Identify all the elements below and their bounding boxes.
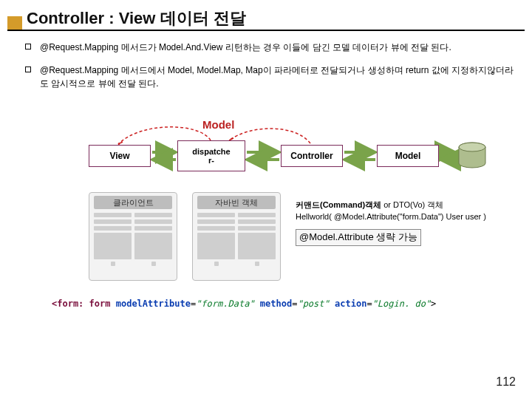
code-attr: method [260, 299, 292, 309]
code-tag: <form: form [52, 299, 110, 309]
annotation-block: 커맨드(Command)객체 or DTO(Vo) 객체 Hellworld( … [296, 200, 510, 246]
client-card: 클라이언트 [89, 192, 177, 281]
client-card-title: 클라이언트 [94, 196, 172, 209]
bullet-list: @Request.Mapping 메서드가 Model.And.View 리턴하… [25, 41, 519, 100]
javabean-card-title: 자바빈 객체 [197, 196, 276, 209]
code-end: > [431, 299, 436, 309]
annotation-boxed: @Model.Attribute 생략 가능 [296, 229, 421, 246]
page-title: Controller : View 데이터 전달 [27, 7, 246, 30]
bullet-icon [25, 66, 31, 72]
title-rule [7, 30, 525, 31]
bullet-item: @Request.Mapping 메서드에서 Model, Model.Map,… [25, 64, 519, 90]
code-snippet: <form: form modelAttribute="form.Data" m… [52, 299, 510, 309]
box-view: View [89, 145, 151, 167]
code-str: "post" [297, 299, 329, 309]
box-model: Model [377, 145, 439, 167]
bullet-icon [25, 44, 31, 50]
annotation-code: Hellworld( @Model.Attribute("form.Data")… [296, 211, 510, 223]
code-str: "form.Data" [196, 299, 254, 309]
annotation-bold: 커맨드(Command)객체 [296, 200, 381, 209]
model-top-label: Model [202, 118, 234, 131]
bullet-text: @Request.Mapping 메서드에서 Model, Model.Map,… [40, 65, 514, 88]
bullet-text: @Request.Mapping 메서드가 Model.And.View 리턴하… [40, 42, 451, 52]
bullet-item: @Request.Mapping 메서드가 Model.And.View 리턴하… [25, 41, 519, 54]
javabean-card: 자바빈 객체 [192, 192, 281, 281]
code-str: "Login. do" [372, 299, 431, 309]
annotation-text: or DTO(Vo) 객체 [381, 200, 443, 209]
page-number: 112 [496, 375, 516, 389]
box-dispatcher: dispatche r- [177, 140, 245, 171]
box-controller: Controller [281, 145, 343, 167]
flow-diagram: Model View dispatche r- Controller Model… [44, 118, 488, 288]
database-icon [457, 142, 488, 171]
title-accent [7, 16, 22, 30]
svg-point-9 [459, 143, 485, 151]
code-attr: modelAttribute [116, 299, 191, 309]
code-attr: action [335, 299, 366, 309]
